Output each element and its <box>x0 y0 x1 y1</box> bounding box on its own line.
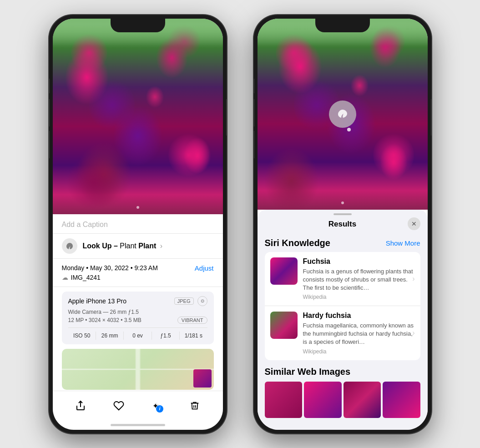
trash-icon <box>190 401 200 411</box>
lookup-subject: Plant <box>120 242 136 250</box>
volume-down-button-2[interactable] <box>254 131 254 158</box>
info-badge: i <box>156 405 163 413</box>
device-section: Apple iPhone 13 Pro JPEG ⊙ Wide Camera —… <box>62 292 214 344</box>
volume-up-button-2[interactable] <box>254 99 254 126</box>
fuchsia-description: Fuchsia is a genus of flowering plants t… <box>303 267 415 292</box>
meta-filename-row: ☁ IMG_4241 <box>62 274 214 281</box>
caption-area[interactable]: Add a Caption <box>53 214 223 234</box>
fuchsia-info: Fuchsia Fuchsia is a genus of flowering … <box>303 257 415 301</box>
phone-1-screen: Add a Caption Look Up – Plant Plant › <box>53 19 223 430</box>
show-more-button[interactable]: Show More <box>386 239 420 247</box>
adjust-button[interactable]: Adjust <box>195 264 214 272</box>
lookup-label: Look Up – <box>83 242 118 250</box>
visual-lookup-icon-wrap <box>62 238 77 254</box>
settings-icon: ⊙ <box>197 296 207 306</box>
volume-down-button[interactable] <box>49 131 50 158</box>
notch <box>111 19 165 32</box>
meta-date: Monday • May 30, 2022 • 9:23 AM <box>62 264 158 272</box>
caption-placeholder[interactable]: Add a Caption <box>62 221 108 228</box>
cloud-icon: ☁ <box>62 274 68 281</box>
photo-display[interactable] <box>53 19 223 214</box>
map-thumbnail <box>193 369 212 388</box>
similar-image-3[interactable] <box>344 382 381 418</box>
hardy-fuchsia-name: Hardy fuchsia <box>303 312 415 320</box>
visual-lookup-app: Results ✕ Siri Knowledge Show More <box>258 19 428 430</box>
format-badge: JPEG <box>174 297 194 305</box>
fuchsia-thumbnail <box>270 257 298 285</box>
phone-2-screen: Results ✕ Siri Knowledge Show More <box>258 19 428 430</box>
info-button[interactable]: ✦ i <box>147 397 166 415</box>
similar-images-grid[interactable] <box>265 382 420 418</box>
lookup-subject2: Plant <box>136 242 157 250</box>
fuchsia-chevron-icon: › <box>412 275 414 283</box>
hardy-fuchsia-info: Hardy fuchsia Fuchsia magellanica, commo… <box>303 312 415 355</box>
close-icon: ✕ <box>411 220 417 227</box>
similar-image-2[interactable] <box>304 382 342 418</box>
photo-dot-2 <box>341 201 344 204</box>
similar-image-4[interactable] <box>383 382 420 418</box>
mute-button-2[interactable] <box>254 79 254 93</box>
power-button[interactable] <box>226 99 227 136</box>
info-icon-wrap: ✦ i <box>152 401 162 411</box>
photo-display-2 <box>258 19 428 210</box>
close-button[interactable]: ✕ <box>408 217 420 230</box>
exif-aperture: ƒ1.5 <box>152 332 180 340</box>
photos-app: Add a Caption Look Up – Plant Plant › <box>53 19 223 430</box>
phone-2: Results ✕ Siri Knowledge Show More <box>254 15 431 433</box>
results-sheet: Results ✕ Siri Knowledge Show More <box>258 210 428 430</box>
vibrant-badge: VIBRANT <box>177 317 207 324</box>
similar-image-1[interactable] <box>265 382 303 418</box>
delete-button[interactable] <box>186 397 204 415</box>
fuchsia-name: Fuchsia <box>303 257 415 266</box>
lookup-chevron-icon: › <box>160 242 162 250</box>
heart-icon <box>113 400 124 411</box>
share-icon <box>75 400 86 411</box>
similar-images-title: Similar Web Images <box>265 367 420 377</box>
resolution-text: 12 MP • 3024 × 4032 • 3.5 MB <box>68 317 141 323</box>
sheet-body[interactable]: Siri Knowledge Show More Fuchsia Fuchsia… <box>258 232 428 430</box>
volume-up-button[interactable] <box>49 99 50 126</box>
flower-decoration <box>168 132 209 178</box>
mute-button[interactable] <box>49 79 50 93</box>
exif-iso: ISO 50 <box>68 332 96 340</box>
map-roads <box>62 349 214 390</box>
flower-decoration <box>66 155 121 210</box>
power-button-2[interactable] <box>431 99 431 136</box>
photo-dot-indicator <box>136 206 139 209</box>
lookup-row[interactable]: Look Up – Plant Plant › <box>53 234 223 259</box>
hardy-fuchsia-chevron-icon: › <box>412 329 414 337</box>
exif-ev: 0 ev <box>124 332 152 340</box>
flower-deco <box>373 132 414 178</box>
toolbar: ✦ i <box>53 391 223 424</box>
camera-info: Wide Camera — 26 mm ƒ1.5 <box>68 309 207 315</box>
device-row: Apple iPhone 13 Pro JPEG ⊙ <box>68 296 207 306</box>
flower-decoration <box>89 78 135 132</box>
leaf-lookup-icon <box>336 108 349 121</box>
exif-focal: 26 mm <box>96 332 124 340</box>
hardy-fuchsia-source: Wikipedia <box>303 348 415 355</box>
meta-date-row: Monday • May 30, 2022 • 9:23 AM Adjust <box>62 264 214 272</box>
visual-lookup-button[interactable] <box>329 101 356 128</box>
knowledge-item-fuchsia[interactable]: Fuchsia Fuchsia is a genus of flowering … <box>265 252 420 306</box>
visual-lookup-dot <box>347 128 351 131</box>
knowledge-item-hardy-fuchsia[interactable]: Hardy fuchsia Fuchsia magellanica, commo… <box>265 306 420 360</box>
meta-filename: IMG_4241 <box>71 274 101 281</box>
share-button[interactable] <box>71 397 90 415</box>
fuchsia-source: Wikipedia <box>303 294 415 300</box>
device-name: Apple iPhone 13 Pro <box>68 297 126 305</box>
lookup-text: Look Up – Plant Plant › <box>83 242 163 250</box>
home-indicator <box>111 424 165 426</box>
favorite-button[interactable] <box>110 397 128 415</box>
leaf-icon <box>66 242 74 250</box>
exif-shutter: 1/181 s <box>180 332 207 340</box>
notch-2 <box>315 19 370 32</box>
meta-section: Monday • May 30, 2022 • 9:23 AM Adjust ☁… <box>53 259 223 287</box>
hardy-fuchsia-description: Fuchsia magellanica, commonly known as t… <box>303 322 415 347</box>
knowledge-card: Fuchsia Fuchsia is a genus of flowering … <box>265 252 420 360</box>
siri-knowledge-header: Siri Knowledge Show More <box>265 238 420 248</box>
map-area[interactable] <box>62 349 214 390</box>
siri-knowledge-title: Siri Knowledge <box>265 238 330 248</box>
badge-row: JPEG ⊙ <box>174 296 207 306</box>
phone-1: Add a Caption Look Up – Plant Plant › <box>49 15 227 433</box>
exif-row: ISO 50 26 mm 0 ev ƒ1.5 1/181 s <box>68 327 207 340</box>
